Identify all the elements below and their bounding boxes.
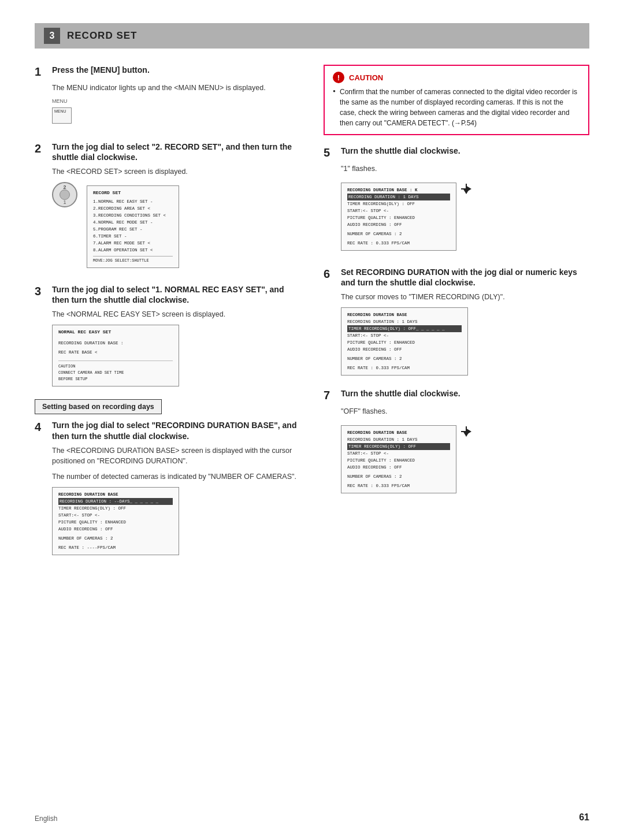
step-1-number: 1 xyxy=(35,65,47,79)
rdb-row-duration: RECORDING DURATION : --DAYS_ _ _ _ _ _ xyxy=(58,498,173,505)
page-number: 61 xyxy=(579,812,589,823)
step-3-number: 3 xyxy=(35,284,47,298)
step-7-body: "OFF" flashes. xyxy=(341,406,589,417)
s7-row-title: RECORDING DURATION BASE xyxy=(347,429,450,436)
rdb-row-start: START:<- STOP <- xyxy=(58,512,173,519)
record-set-item-1: 1.NORMAL REC EASY SET - xyxy=(93,198,173,205)
s6-row-quality: PICTURE QUALITY : ENHANCED xyxy=(347,339,462,346)
s7-row-quality: PICTURE QUALITY : ENHANCED xyxy=(347,457,450,464)
s5-row-start: START:<- STOP <- xyxy=(347,207,450,214)
dial-image: 2 1 xyxy=(52,182,77,207)
rdb-row-quality: PICTURE QUALITY : ENHANCED xyxy=(58,519,173,526)
s7-row-cameras: NUMBER OF CAMERAS : 2 xyxy=(347,473,450,480)
record-set-screen: RECORD SET 1.NORMAL REC EASY SET - 2.REC… xyxy=(87,185,179,268)
step-3-title: Turn the jog dial to select "1. NORMAL R… xyxy=(52,284,300,305)
step-4-body1: The <RECORDING DURATION BASE> screen is … xyxy=(52,445,300,467)
setting-callout: Setting based on recording days xyxy=(35,399,162,414)
s5-row-quality: PICTURE QUALITY : ENHANCED xyxy=(347,214,450,221)
rec-dur-base-row: RECORDING DURATION BASE : xyxy=(58,340,173,347)
normal-rec-easy-set-title: NORMAL REC EASY SET xyxy=(58,329,173,336)
s5-row-cameras: NUMBER OF CAMERAS : 2 xyxy=(347,231,450,237)
caution-header: ! CAUTION xyxy=(333,72,580,83)
rdb-row-title: RECORDING DURATION BASE xyxy=(58,491,173,498)
step-7-title: Turn the shuttle dial clockwise. xyxy=(341,388,460,399)
caution-item: Confirm that the number of cameras conne… xyxy=(333,87,580,128)
s5-row-audio: AUDIO RECORDING : OFF xyxy=(347,221,450,228)
s6-row-cameras: NUMBER OF CAMERAS : 2 xyxy=(347,355,462,362)
section-title: RECORD SET xyxy=(67,30,137,42)
normal-rec-easy-set-screen: NORMAL REC EASY SET RECORDING DURATION B… xyxy=(52,325,179,386)
step-4-body2: The number of detected cameras is indica… xyxy=(52,471,300,482)
s5-row-duration: RECORDING DURATION : 1 DAYS xyxy=(347,194,450,200)
section-number: 3 xyxy=(44,28,60,44)
step-5-number: 5 xyxy=(324,146,336,159)
caution-icon: ! xyxy=(333,72,344,83)
s6-row-audio: AUDIO RECORDING : OFF xyxy=(347,346,462,353)
step-1-title: Press the [MENU] button. xyxy=(52,65,150,75)
step-2-title: Turn the jog dial to select "2. RECORD S… xyxy=(52,142,300,162)
record-set-footer: MOVE:JOG SELECT:SHUTTLE xyxy=(93,256,173,264)
svg-marker-7 xyxy=(466,428,471,435)
section-header: 3 RECORD SET xyxy=(35,23,589,49)
step-5: 5 Turn the shuttle dial clockwise. "1" f… xyxy=(324,146,589,254)
step-7-number: 7 xyxy=(324,388,336,402)
step-3-body: The <NORMAL REC EASY SET> screen is disp… xyxy=(52,309,300,320)
blink-arrows-step5 xyxy=(460,183,473,197)
menu-icon xyxy=(52,107,72,124)
svg-marker-3 xyxy=(466,185,471,192)
s6-row-timer: TIMER RECORDING(DLY) : OFF_ _ _ _ _ _ xyxy=(347,325,462,332)
s6-row-title: RECORDING DURATION BASE xyxy=(347,311,462,318)
step-7-screen-container: RECORDING DURATION BASE RECORDING DURATI… xyxy=(341,422,589,497)
step-5-body: "1" flashes. xyxy=(341,163,589,174)
step-3: 3 Turn the jog dial to select "1. NORMAL… xyxy=(35,284,300,386)
s5-row-recrate: REC RATE : 0.333 FPS/CAM xyxy=(347,240,450,247)
step-6-body: The cursor moves to "TIMER RECORDING (DL… xyxy=(341,292,589,303)
record-set-item-3: 3.RECORDING CONDITIONS SET < xyxy=(93,212,173,219)
step-7-screen: RECORDING DURATION BASE RECORDING DURATI… xyxy=(341,425,456,493)
record-set-item-5: 5.PROGRAM REC SET - xyxy=(93,226,173,233)
caution-note: CAUTIONCONNECT CAMERA AND SET TIMEBEFORE… xyxy=(58,360,173,383)
record-set-item-2: 2.RECORDING AREA SET < xyxy=(93,205,173,212)
step-6: 6 Set RECORDING DURATION with the jog di… xyxy=(324,267,589,376)
rec-dur-base-initial-screen: RECORDING DURATION BASE RECORDING DURATI… xyxy=(52,487,179,555)
rec-rate-base-row: REC RATE BASE < xyxy=(58,349,173,356)
s7-row-timer: TIMER RECORDING(DLY) : OFF xyxy=(347,443,450,450)
record-set-item-6: 6.TIMER SET - xyxy=(93,233,173,240)
s6-row-start: START:<- STOP <- xyxy=(347,332,462,339)
record-set-item-7: 7.ALARM REC MODE SET < xyxy=(93,240,173,247)
record-set-item-4: 4.NORMAL REC MODE SET - xyxy=(93,219,173,226)
step-2-number: 2 xyxy=(35,142,47,155)
record-set-item-8: 8.ALARM OPERATION SET < xyxy=(93,247,173,254)
caution-text: Confirm that the number of cameras conne… xyxy=(333,87,580,128)
s6-row-duration: RECORDING DURATION : 1 DAYS xyxy=(347,318,462,325)
step-4: 4 Turn the jog dial to select "RECORDING… xyxy=(35,420,300,555)
step-2: 2 Turn the jog dial to select "2. RECORD… xyxy=(35,142,300,272)
step-4-title: Turn the jog dial to select "RECORDING D… xyxy=(52,420,300,441)
s7-row-recrate: REC RATE : 0.333 FPS/CAM xyxy=(347,482,450,489)
s5-row-timer: TIMER RECORDING(DLY) : OFF xyxy=(347,200,450,207)
step-5-screen-container: RECORDING DURATION BASE : K RECORDING DU… xyxy=(341,179,589,254)
rdb-row-timer: TIMER RECORDING(DLY) : OFF xyxy=(58,505,173,512)
step-6-number: 6 xyxy=(324,267,336,281)
menu-label: MENU xyxy=(52,98,300,104)
s7-row-audio: AUDIO RECORDING : OFF xyxy=(347,464,450,471)
step-7: 7 Turn the shuttle dial clockwise. "OFF"… xyxy=(324,388,589,497)
step-5-screen: RECORDING DURATION BASE : K RECORDING DU… xyxy=(341,183,456,251)
step-4-number: 4 xyxy=(35,420,47,434)
step-5-title: Turn the shuttle dial clockwise. xyxy=(341,146,460,156)
s7-row-start: START:<- STOP <- xyxy=(347,450,450,457)
step-6-title: Set RECORDING DURATION with the jog dial… xyxy=(341,267,589,288)
record-set-screen-title: RECORD SET xyxy=(93,189,173,197)
rdb-row-recrate: REC RATE : ----FPS/CAM xyxy=(58,544,173,551)
s6-row-recrate: REC RATE : 0.333 FPS/CAM xyxy=(347,365,462,371)
caution-box: ! CAUTION Confirm that the number of cam… xyxy=(324,65,589,135)
step-1-body: The MENU indicator lights up and the <MA… xyxy=(52,83,300,94)
caution-title: CAUTION xyxy=(349,73,383,82)
s5-row-title: RECORDING DURATION BASE : K xyxy=(347,187,450,194)
rdb-row-audio: AUDIO RECORDING : OFF xyxy=(58,526,173,533)
s7-row-duration: RECORDING DURATION : 1 DAYS xyxy=(347,436,450,443)
blink-arrows-step7 xyxy=(460,425,473,440)
rdb-row-cameras: NUMBER OF CAMERAS : 2 xyxy=(58,535,173,542)
step-6-screen: RECORDING DURATION BASE RECORDING DURATI… xyxy=(341,307,468,376)
step-1: 1 Press the [MENU] button. The MENU indi… xyxy=(35,65,300,129)
